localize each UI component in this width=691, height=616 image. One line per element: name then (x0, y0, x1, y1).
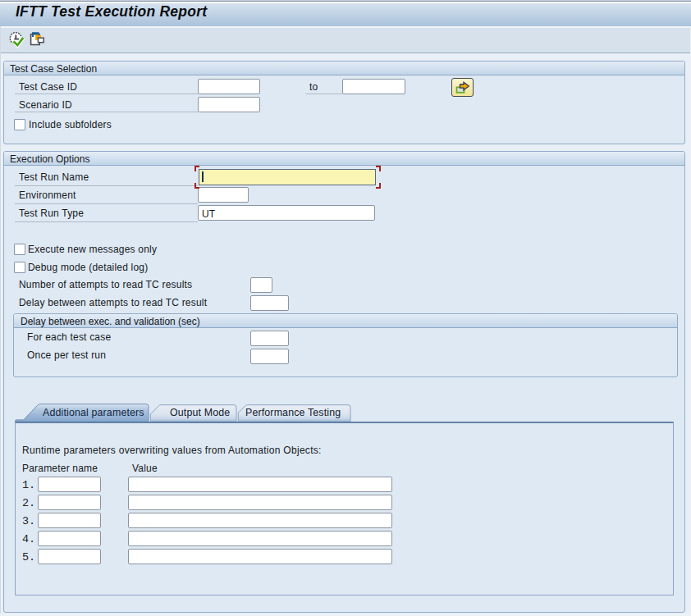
svg-text:Output Mode: Output Mode (170, 407, 230, 418)
svg-text:Additional parameters: Additional parameters (43, 407, 144, 418)
svg-text:Performance Testing: Performance Testing (245, 407, 341, 418)
